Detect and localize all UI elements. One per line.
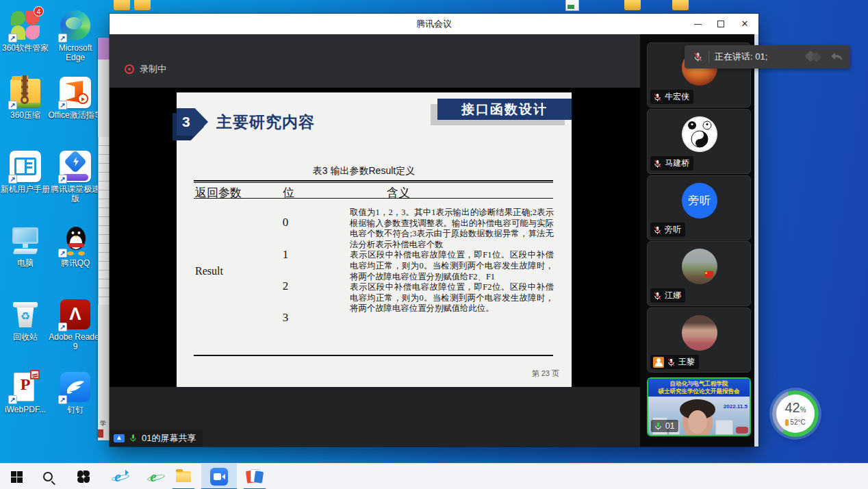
slide-page-number: 第 23 页	[532, 368, 559, 379]
taskbar-meeting-button[interactable]	[201, 464, 237, 489]
desktop-icon-label: 360软件管家	[0, 43, 53, 53]
desktop-icon-adobe-reader[interactable]: Λ ↗ Adobe Reader 9	[48, 299, 103, 351]
edge-icon: ↗	[60, 10, 91, 41]
taskbar-ie-button[interactable]: e	[103, 464, 133, 489]
mic-muted-icon	[653, 225, 662, 235]
desktop-icon-iwebpdf[interactable]: P ↗ iWebPDF...	[0, 371, 53, 414]
table-bit-cell: 0	[277, 216, 294, 229]
adobe-reader-icon: Λ ↗	[60, 299, 91, 330]
flower-detail	[736, 427, 748, 434]
section-number-arrow: 3	[177, 108, 208, 136]
banner-line2: 硕士研究生学位论文开题报告会	[648, 388, 750, 395]
participant-name-chip: 江娜	[650, 288, 685, 303]
desktop-icon-360zip[interactable]: ↗ 360压缩	[0, 77, 53, 120]
windows-logo-icon	[11, 471, 23, 483]
office-icon: ↗	[60, 77, 91, 108]
share-owner-label: 01的屏幕共享	[142, 432, 196, 444]
avatar	[682, 249, 717, 284]
table-caption: 表3 输出参数Result定义	[177, 165, 551, 177]
partial-folder-icon	[134, 0, 151, 10]
taskbar-360-button[interactable]	[68, 464, 99, 489]
slide-corner-tag: 接口函数设计	[437, 99, 572, 120]
participant-tile[interactable]: 旁听 旁听	[647, 175, 751, 240]
table-header-rule	[194, 198, 553, 199]
description-paragraph: 表示区段中补偿电容故障位置，即F1位。区段中补偿电容均正常，则为0。当检测到两个…	[350, 250, 554, 282]
shortcut-arrow-icon: ↗	[58, 34, 67, 42]
record-icon	[125, 64, 134, 74]
maximize-button[interactable]	[711, 14, 732, 34]
weather-ball-face: 42% 52°C	[776, 394, 815, 433]
desktop-icon-360-manager[interactable]: 4 ↗ 360软件管家	[0, 10, 53, 53]
close-button[interactable]: ✕	[734, 14, 756, 34]
background-window-red-cell	[98, 429, 103, 438]
description-paragraph: 表示区段中补偿电容故障位置，即F2位。区段中补偿电容均正常，则为0。当检测到两个…	[350, 282, 554, 314]
participant-tile[interactable]: 王黎	[647, 308, 751, 373]
360-weather-ball[interactable]: 42% 52°C	[772, 390, 819, 437]
background-window-partial-text: 学	[100, 419, 106, 428]
desktop-icon-office-activate[interactable]: ↗ Office激活指导	[48, 77, 103, 120]
participant-tile[interactable]: 马建桥	[647, 109, 751, 174]
computer-icon	[10, 225, 41, 256]
desktop-icon-label: Microsoft Edge	[48, 43, 103, 62]
360zip-icon: ↗	[10, 77, 41, 108]
background-window-edge: 学	[98, 38, 110, 440]
ie-jumplist-arrow	[125, 470, 129, 475]
recording-label: 录制中	[140, 63, 166, 75]
ie-icon: e	[114, 470, 120, 484]
desktop-icon-label: 回收站	[0, 332, 53, 342]
screen-share-chip[interactable]: 01的屏幕共享	[110, 429, 203, 447]
recycle-glyph: ♻	[10, 310, 41, 323]
participant-tile[interactable]: 江娜	[647, 241, 751, 306]
participant-name-chip: 马建桥	[650, 156, 693, 171]
table-top-rule	[194, 180, 553, 183]
pinwheel-icon	[77, 470, 90, 484]
participant-name-chip: 牛宏侠	[650, 90, 693, 104]
minimize-button[interactable]	[687, 14, 709, 34]
recording-indicator: 录制中	[125, 63, 166, 75]
avatar-text: 旁听	[682, 183, 717, 218]
desktop-icon-dingtalk[interactable]: ↗ 钉钉	[48, 371, 103, 414]
thermometer-icon	[785, 419, 789, 426]
folder-icon	[176, 471, 191, 482]
avatar	[682, 315, 717, 351]
shortcut-arrow-icon: ↗	[8, 395, 17, 404]
desktop-icon-label: 钉钉	[48, 405, 103, 414]
yinyang-avatar	[682, 116, 717, 152]
taskbar-360browser-button[interactable]: e	[138, 464, 168, 489]
layers-icon[interactable]	[805, 49, 826, 64]
mic-on-icon	[654, 421, 663, 431]
mic-muted-icon	[667, 358, 676, 367]
background-window-header	[98, 38, 110, 60]
screen-share-stage: 录制中 3 主要研究内容 接口函数设计 表3 输出参数Result定义 返回参数…	[110, 34, 640, 447]
taskbar-wps-button[interactable]	[240, 464, 270, 489]
desktop-icon-tencent-ketang[interactable]: ↗ 腾讯课堂极速版	[48, 151, 103, 203]
participant-name-chip: 王黎	[650, 355, 699, 369]
shared-slide: 3 主要研究内容 接口函数设计 表3 输出参数Result定义 返回参数 位 含…	[177, 92, 572, 387]
update-count-badge: 4	[34, 6, 44, 16]
taskbar-explorer-button[interactable]	[168, 464, 199, 489]
participant-video-tile-active[interactable]: 2022.11.5 自动化与电气工程学院 硕士研究生学位论文开题报告会 01	[647, 377, 751, 436]
start-button[interactable]	[1, 464, 31, 489]
qq-penguin-icon: ↗	[60, 225, 91, 256]
titlebar: 腾讯会议 ✕	[110, 14, 758, 34]
participant-name-chip: 01	[651, 420, 678, 432]
participant-name: 王黎	[678, 356, 695, 368]
section-number: 3	[177, 108, 208, 136]
desktop-icon-recycle-bin[interactable]: ♻ 回收站	[0, 299, 53, 342]
desktop-icon-label: 新机用户手册	[0, 184, 53, 194]
desktop-icon-label: iWebPDF...	[0, 405, 53, 414]
shortcut-arrow-icon: ↗	[58, 395, 67, 404]
desktop-icon-computer[interactable]: 电脑	[0, 225, 53, 268]
percent-value: 42	[784, 400, 800, 415]
desktop-icon-qq[interactable]: ↗ 腾讯QQ	[48, 225, 103, 268]
mic-muted-icon	[653, 159, 662, 168]
reply-arrow-icon[interactable]	[830, 51, 843, 63]
shortcut-arrow-icon: ↗	[8, 34, 17, 42]
participant-name: 牛宏侠	[665, 91, 689, 103]
desktop-icon-user-manual[interactable]: ↗ 新机用户手册	[0, 151, 53, 194]
iwebpdf-icon: P ↗	[10, 371, 41, 403]
taskbar-search-button[interactable]	[33, 464, 63, 489]
table-bit-cell: 3	[277, 311, 294, 325]
desktop-icon-edge[interactable]: ↗ Microsoft Edge	[48, 10, 103, 62]
sidebar-scrollbar[interactable]	[754, 34, 758, 447]
